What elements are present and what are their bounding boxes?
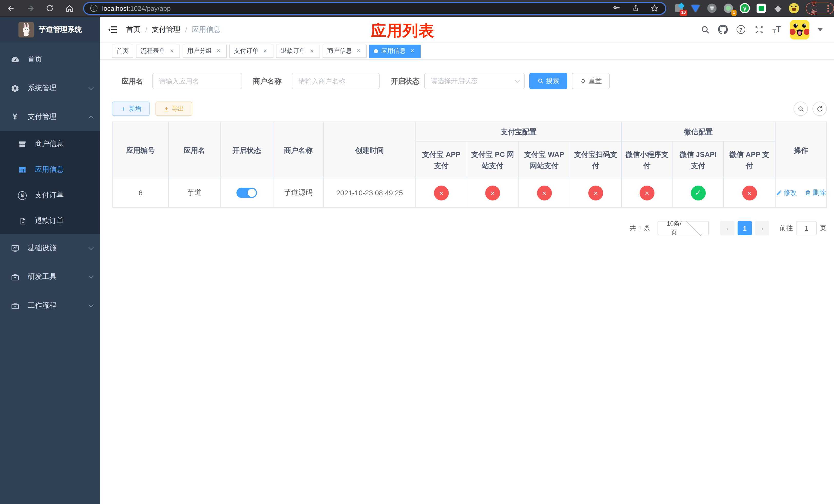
help-icon[interactable]: ? bbox=[736, 25, 746, 35]
delete-link[interactable]: 删除 bbox=[805, 188, 826, 198]
col-wx-mini: 微信小程序支付 bbox=[621, 141, 673, 178]
page-1-button[interactable]: 1 bbox=[738, 221, 752, 235]
document-icon bbox=[18, 216, 27, 225]
pagination: 共 1 条 10条/页 ‹ 1 › 前往 页 bbox=[630, 221, 826, 235]
avatar-caret-icon[interactable] bbox=[818, 28, 823, 31]
breadcrumb-current: 应用信息 bbox=[192, 25, 221, 34]
top-navbar: 首页 / 支付管理 / 应用信息 应用列表 ? bbox=[100, 17, 834, 43]
open-status-toggle[interactable] bbox=[237, 188, 257, 198]
col-actions: 操作 bbox=[775, 122, 827, 178]
tag-process-form[interactable]: 流程表单× bbox=[136, 44, 180, 58]
sidebar-item-infrastructure[interactable]: 基础设施 bbox=[0, 234, 100, 262]
tag-merchant-info[interactable]: 商户信息× bbox=[323, 44, 367, 58]
close-icon[interactable]: × bbox=[355, 47, 362, 54]
close-icon[interactable]: × bbox=[215, 47, 222, 54]
hamburger-icon[interactable] bbox=[108, 24, 118, 35]
chrome-menu-icon[interactable] bbox=[827, 5, 829, 12]
open-status-label: 开启状态 bbox=[391, 73, 420, 89]
reset-button[interactable]: 重置 bbox=[572, 73, 610, 89]
toolbox-icon bbox=[10, 272, 20, 281]
add-button[interactable]: ＋新增 bbox=[112, 101, 150, 116]
tag-app-info[interactable]: 应用信息× bbox=[369, 44, 421, 58]
chevron-down-icon bbox=[88, 245, 94, 250]
app-name-input[interactable] bbox=[152, 73, 242, 89]
sidebar-item-home[interactable]: 首页 bbox=[0, 45, 100, 74]
edit-link[interactable]: 修改 bbox=[776, 188, 797, 198]
browser-forward-icon[interactable] bbox=[26, 4, 35, 13]
site-info-icon[interactable]: i bbox=[90, 5, 97, 12]
font-size-icon[interactable]: TT bbox=[772, 25, 782, 35]
cell-app-id: 6 bbox=[113, 178, 169, 207]
browser-back-icon[interactable] bbox=[6, 4, 15, 13]
pay-order-icon: ¥ bbox=[18, 191, 27, 200]
tag-home[interactable]: 首页 bbox=[112, 44, 133, 58]
sidebar-item-workflow[interactable]: 工作流程 bbox=[0, 291, 100, 320]
next-page-button[interactable]: › bbox=[755, 221, 769, 235]
toggle-search-button[interactable] bbox=[793, 101, 808, 116]
search-button[interactable]: 搜索 bbox=[529, 73, 567, 89]
app-title: 芋道管理系统 bbox=[39, 25, 82, 35]
browser-home-icon[interactable] bbox=[65, 4, 74, 13]
col-open-status: 开启状态 bbox=[220, 122, 273, 178]
sidebar-item-refund-order[interactable]: 退款订单 bbox=[0, 208, 100, 234]
extensions-puzzle-icon[interactable] bbox=[772, 3, 783, 14]
extension-pinned-icon[interactable]: 10 bbox=[674, 3, 685, 14]
chevron-down-icon bbox=[88, 85, 94, 90]
sidebar-item-pay-order[interactable]: ¥ 支付订单 bbox=[0, 183, 100, 208]
breadcrumb-home[interactable]: 首页 bbox=[126, 25, 140, 34]
tag-user-group[interactable]: 用户分组× bbox=[182, 44, 227, 58]
extension-y-icon[interactable]: y bbox=[739, 3, 750, 14]
refresh-button[interactable] bbox=[812, 101, 827, 116]
briefcase-icon bbox=[10, 301, 20, 310]
alipay-app-status-icon: × bbox=[434, 185, 449, 200]
sidebar-item-dev-tools[interactable]: 研发工具 bbox=[0, 262, 100, 291]
chevron-down-icon bbox=[515, 78, 520, 83]
cell-actions: 修改 删除 bbox=[775, 178, 827, 207]
extension-meet-icon[interactable]: 1 bbox=[723, 3, 734, 14]
merchant-name-input[interactable] bbox=[292, 73, 379, 89]
prev-page-button[interactable]: ‹ bbox=[720, 221, 734, 235]
screen: i localhost:1024/pay/app 10 ⌘ 1 y bbox=[0, 0, 834, 504]
password-key-icon[interactable] bbox=[612, 4, 621, 13]
share-icon[interactable] bbox=[631, 4, 640, 13]
extension-chat-icon[interactable] bbox=[755, 3, 767, 14]
address-bar[interactable]: i localhost:1024/pay/app bbox=[83, 2, 666, 15]
cell-app-name: 芋道 bbox=[169, 178, 220, 207]
sidebar-item-app-info[interactable]: 应用信息 bbox=[0, 157, 100, 183]
profile-avatar-icon[interactable] bbox=[788, 3, 799, 14]
user-avatar[interactable] bbox=[790, 20, 809, 39]
close-icon[interactable]: × bbox=[262, 47, 269, 54]
browser-toolbar: i localhost:1024/pay/app 10 ⌘ 1 y bbox=[0, 0, 834, 17]
tag-refund-order[interactable]: 退款订单× bbox=[276, 44, 320, 58]
col-alipay-wap: 支付宝 WAP 网站支付 bbox=[518, 141, 570, 178]
breadcrumb-payment[interactable]: 支付管理 bbox=[152, 25, 180, 34]
sidebar-item-system[interactable]: 系统管理 bbox=[0, 74, 100, 102]
close-icon[interactable]: × bbox=[409, 47, 416, 54]
page-suffix: 页 bbox=[820, 224, 826, 233]
sidebar-item-payment[interactable]: ¥ 支付管理 bbox=[0, 102, 100, 131]
page-size-select[interactable]: 10条/页 bbox=[658, 221, 709, 235]
browser-reload-icon[interactable] bbox=[45, 4, 54, 13]
chrome-update-button[interactable]: 更新 bbox=[806, 2, 834, 14]
extension-gem-icon[interactable] bbox=[690, 3, 701, 14]
goto-page-input[interactable] bbox=[796, 221, 816, 235]
cell-merchant-name: 芋道源码 bbox=[273, 178, 323, 207]
github-icon[interactable] bbox=[718, 25, 728, 35]
bookmark-star-icon[interactable] bbox=[650, 4, 659, 13]
sidebar-logo[interactable]: 芋道管理系统 bbox=[0, 17, 100, 43]
search-icon[interactable] bbox=[700, 25, 710, 35]
chevron-down-icon bbox=[686, 220, 702, 236]
close-icon[interactable]: × bbox=[308, 47, 315, 54]
close-icon[interactable]: × bbox=[168, 47, 175, 54]
tag-pay-order[interactable]: 支付订单× bbox=[229, 44, 273, 58]
chevron-down-icon bbox=[88, 273, 94, 278]
table-row: 6 芋道 芋道源码 2021-10-23 08:49:25 × × × × × … bbox=[113, 178, 827, 207]
col-app-id: 应用编号 bbox=[113, 122, 169, 178]
open-status-select[interactable]: 请选择开启状态 bbox=[424, 73, 525, 89]
fullscreen-icon[interactable] bbox=[754, 25, 764, 35]
extension-command-icon[interactable]: ⌘ bbox=[706, 3, 718, 14]
export-button[interactable]: 导出 bbox=[155, 101, 192, 116]
chevron-up-icon bbox=[88, 115, 94, 120]
sidebar-item-merchant-info[interactable]: 商户信息 bbox=[0, 131, 100, 157]
page-content: 应用名 商户名称 开启状态 请选择开启状态 搜索 重置 bbox=[100, 60, 834, 504]
